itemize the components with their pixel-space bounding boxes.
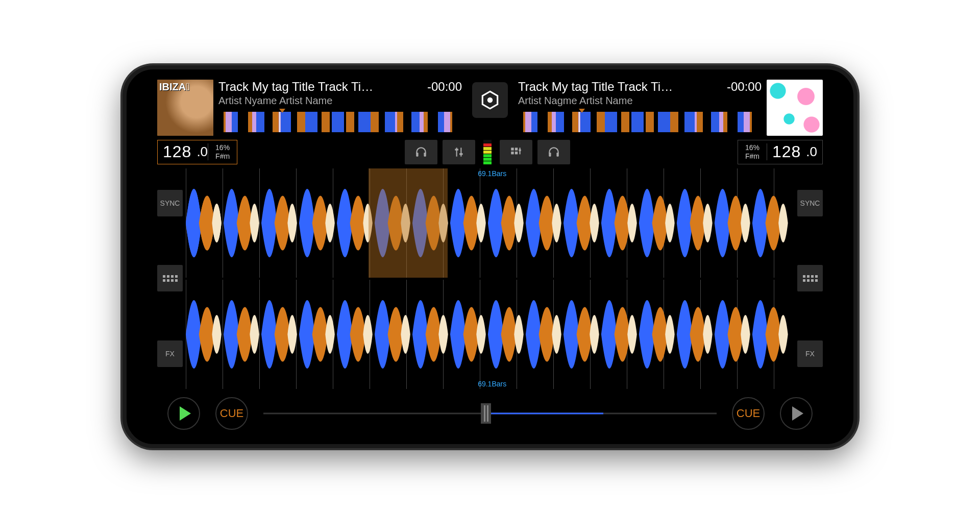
deck-b-bpm-box[interactable]: 16% F#m 128.0 — [738, 140, 823, 164]
master-vu-meter — [483, 140, 492, 164]
cue-label: CUE — [220, 407, 243, 420]
deck-a-sync-button[interactable]: SYNC — [157, 190, 183, 216]
headphones-icon — [414, 145, 428, 159]
svg-rect-7 — [459, 153, 463, 155]
svg-rect-2 — [416, 153, 418, 157]
deck-a-time: -00:00 — [427, 80, 462, 94]
deck-b-fx-button[interactable]: FX — [797, 340, 823, 367]
deck-b-bpm-meta: 16% F#m — [738, 143, 767, 161]
deck-b-sync-button[interactable]: SYNC — [797, 190, 823, 216]
svg-rect-10 — [511, 151, 513, 154]
deck-b-waveform[interactable]: 69.1Bars — [186, 280, 794, 389]
deck-a-album-art[interactable] — [157, 80, 213, 136]
deck-a-bpm-int: 128 — [158, 142, 197, 161]
deck-b-time: -00:00 — [727, 80, 762, 94]
crossfader-knob[interactable] — [481, 403, 491, 424]
deck-a-track-info[interactable]: Track My tag Title Track Ti… -00:00 Arti… — [218, 80, 462, 132]
cue-label: CUE — [737, 407, 760, 420]
sliders-icon — [452, 145, 465, 159]
deck-a-pitch: 16% — [215, 143, 230, 152]
deck-b-bars-label: 69.1Bars — [478, 380, 506, 388]
transport-bar: CUE CUE — [157, 393, 823, 434]
deck-b-bpm-dec: .0 — [806, 144, 822, 160]
left-side-buttons: SYNC FX — [157, 168, 183, 389]
deck-a-title: Track My tag Title Track Ti… — [218, 80, 422, 94]
deck-a-bpm-box[interactable]: 128.0 16% F#m — [157, 140, 237, 164]
headphones-icon — [547, 145, 560, 159]
deck-b-headphone-cue-button[interactable] — [537, 140, 570, 164]
deck-b-pitch: 16% — [745, 143, 760, 152]
waveform-area: SYNC FX 69.1Bars — [157, 168, 823, 389]
deck-b-album-art[interactable] — [767, 80, 823, 136]
deck-b-cue-button[interactable]: CUE — [732, 397, 765, 430]
deck-a-headphone-cue-button[interactable] — [405, 140, 437, 164]
header-row: Track My tag Title Track Ti… -00:00 Arti… — [157, 80, 823, 136]
deck-a-key: F#m — [215, 152, 230, 161]
svg-rect-14 — [549, 153, 551, 157]
svg-rect-6 — [455, 149, 458, 150]
deck-a-hotcue-grid-button[interactable] — [157, 265, 183, 291]
svg-rect-8 — [511, 148, 513, 150]
rekordbox-icon — [479, 89, 501, 111]
deck-b-overview-waveform[interactable] — [518, 112, 762, 132]
deck-a-overview-waveform[interactable] — [218, 112, 462, 132]
deck-a-play-button[interactable] — [167, 397, 200, 430]
deck-b-hotcue-grid-button[interactable] — [797, 265, 823, 291]
phone-frame: Track My tag Title Track Ti… -00:00 Arti… — [122, 65, 857, 448]
deck-a-fx-button[interactable]: FX — [157, 340, 183, 367]
svg-rect-11 — [515, 151, 518, 154]
deck-b-track-info[interactable]: Track My tag Title Track Ti… -00:00 Arti… — [518, 80, 762, 132]
play-icon — [180, 406, 191, 421]
deck-b-title: Track My tag Title Track Ti… — [518, 80, 722, 94]
deck-b-pads-button[interactable] — [500, 140, 532, 164]
deck-a-wave-svg — [186, 168, 794, 278]
right-side-buttons: SYNC FX — [797, 168, 823, 389]
deck-a-artist: Artist Nyame Artist Name — [218, 95, 462, 107]
deck-a-loop-region[interactable] — [369, 168, 448, 278]
bpm-controls-row: 128.0 16% F#m 16% F#m — [157, 140, 823, 164]
deck-b-key: F#m — [745, 152, 760, 161]
svg-rect-9 — [515, 148, 518, 150]
deck-a-bars-label: 69.1Bars — [478, 169, 506, 178]
svg-point-1 — [487, 97, 493, 103]
dj-app-screen: Track My tag Title Track Ti… -00:00 Arti… — [157, 80, 823, 434]
deck-b-bpm-int: 128 — [767, 142, 806, 161]
waveform-main: 69.1Bars — [186, 168, 794, 389]
deck-a-mixer-button[interactable] — [443, 140, 475, 164]
play-icon — [792, 406, 803, 421]
pads-icon — [509, 145, 523, 159]
svg-rect-3 — [424, 153, 426, 157]
svg-rect-15 — [556, 153, 558, 157]
deck-a-cue-button[interactable]: CUE — [215, 397, 248, 430]
app-logo-button[interactable] — [472, 82, 508, 118]
svg-rect-13 — [519, 149, 521, 151]
deck-a-bpm-meta: 16% F#m — [208, 143, 237, 161]
deck-b-artist: Artist Nagme Artist Name — [518, 95, 762, 107]
deck-a-bpm-dec: .0 — [197, 144, 208, 160]
crossfader[interactable] — [263, 403, 717, 424]
deck-b-play-button[interactable] — [780, 397, 813, 430]
deck-b-wave-svg — [186, 280, 794, 389]
deck-a-waveform[interactable]: 69.1Bars — [186, 168, 794, 278]
